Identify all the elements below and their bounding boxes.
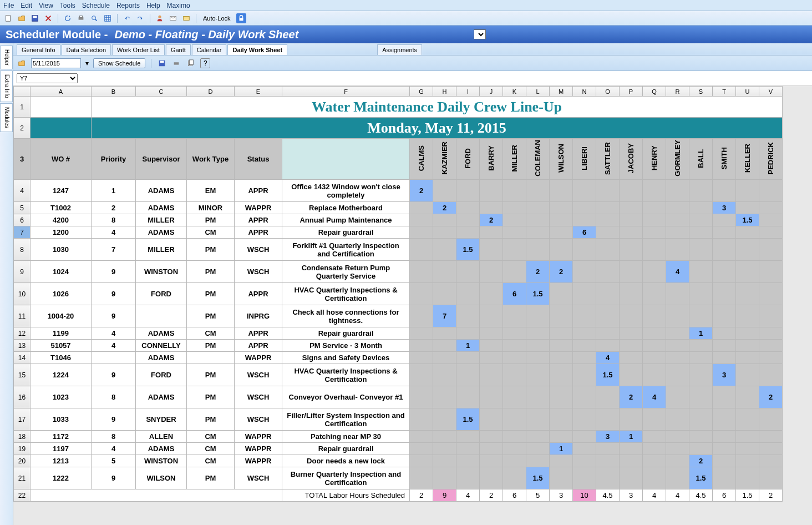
new-icon[interactable] (3, 13, 13, 23)
separator (150, 14, 150, 23)
user-icon[interactable] (155, 13, 165, 23)
separator (117, 14, 118, 23)
svg-rect-4 (79, 16, 82, 17)
svg-rect-6 (105, 15, 111, 21)
menu-schedule[interactable]: Schedule (82, 2, 110, 9)
undo-icon[interactable] (122, 13, 132, 23)
menu-file[interactable]: File (3, 2, 14, 9)
separator (58, 14, 58, 23)
delete-icon[interactable] (43, 13, 53, 23)
worksheet-selector[interactable] (474, 29, 486, 39)
open-icon[interactable] (17, 13, 27, 23)
separator (196, 14, 196, 23)
svg-rect-0 (6, 15, 11, 21)
module-label: Scheduler Module - (6, 28, 108, 41)
menu-view[interactable]: View (39, 2, 53, 9)
autolock-label: Auto-Lock (201, 14, 233, 23)
title-band: Scheduler Module - Demo - Floating - Dai… (0, 26, 812, 43)
worksheet-name: Demo - Floating - Daily Work Sheet (114, 28, 298, 41)
menu-tools[interactable]: Tools (60, 2, 75, 9)
svg-point-7 (158, 15, 161, 18)
lock-icon[interactable] (236, 13, 246, 23)
print-icon[interactable] (76, 13, 86, 23)
toolbar: Auto-Lock (0, 11, 812, 26)
grid-icon[interactable] (103, 13, 113, 23)
preview-icon[interactable] (89, 13, 99, 23)
redo-icon[interactable] (135, 13, 145, 23)
svg-rect-2 (33, 16, 37, 18)
refresh-icon[interactable] (63, 13, 73, 23)
menu-reports[interactable]: Reports (116, 2, 140, 9)
menu-edit[interactable]: Edit (21, 2, 32, 9)
menu-help[interactable]: Help (146, 2, 160, 9)
menu-maximo[interactable]: Maximo (167, 2, 190, 9)
save-icon[interactable] (30, 13, 40, 23)
svg-rect-3 (79, 17, 84, 19)
mail2-icon[interactable] (181, 13, 191, 23)
svg-rect-10 (239, 18, 243, 21)
mail-icon[interactable] (168, 13, 178, 23)
menu-bar: File Edit View Tools Schedule Reports He… (0, 0, 812, 11)
svg-point-5 (92, 16, 96, 19)
svg-rect-9 (184, 16, 190, 20)
